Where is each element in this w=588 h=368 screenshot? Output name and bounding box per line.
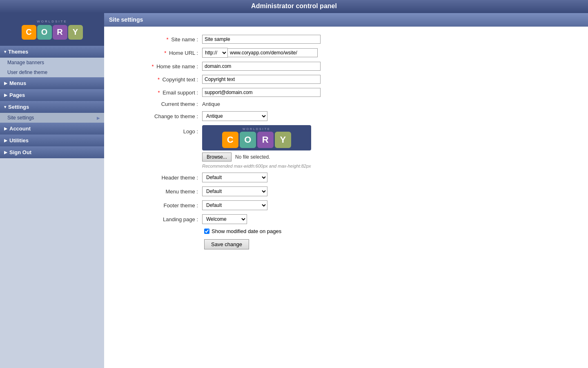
sidebar-item-site-settings[interactable]: Site settings ▶ [0,113,104,123]
logo-c: C [22,25,36,40]
logo-piece-y: Y [275,132,291,148]
logo-piece-o: O [240,132,256,148]
utilities-label: Utilities [9,137,29,144]
signout-arrow: ▶ [4,150,7,155]
copyright-input[interactable] [202,75,321,84]
logo-piece-c: C [222,132,238,148]
top-bar: Administrator control panel [0,0,588,13]
form-area: * Site name : * Home URL : http:// https… [104,27,588,258]
copyright-row: * Copyright text : [120,75,572,84]
logo-image: WORLDSITE C O R Y [202,125,311,150]
menus-label: Menus [9,80,26,86]
account-label: Account [9,126,31,132]
change-theme-select[interactable]: Antique Default Classic Modern [202,111,267,121]
menu-theme-label: Menu theme : [120,188,202,195]
home-site-name-row: * Home site name : [120,62,572,71]
save-row: Save change [120,239,572,249]
main-content: Site settings * Site name : * Home URL : [104,13,588,368]
signout-label: Sign Out [9,149,31,155]
pages-arrow: ▶ [4,93,7,97]
logo-area: WORLDSITE C O R Y [0,13,104,46]
email-label: * Email support : [120,90,202,96]
sidebar-section-utilities[interactable]: ▶ Utilities [0,135,104,146]
home-site-name-label: * Home site name : [120,63,202,70]
logo-container: WORLDSITE C O R Y Browse... No file sele… [202,125,311,168]
logo-row: Logo : WORLDSITE C O R Y [120,125,572,168]
page-header: Site settings [104,13,588,27]
menus-header[interactable]: ▶ Menus [0,77,104,89]
home-url-label: * Home URL : [120,50,202,56]
utilities-arrow: ▶ [4,138,7,143]
change-theme-row: Change to theme : Antique Default Classi… [120,111,572,121]
browse-button[interactable]: Browse... [202,153,232,162]
email-row: * Email support : [120,88,572,97]
page-title: Site settings [109,16,143,23]
signout-header[interactable]: ▶ Sign Out [0,146,104,158]
worldsite-label: WORLDSITE [37,20,67,23]
show-modified-checkbox[interactable] [204,229,209,234]
settings-items: Site settings ▶ [0,113,104,123]
pages-label: Pages [9,92,25,98]
sidebar-item-user-define-theme[interactable]: User define theme [0,67,104,77]
footer-theme-row: Footer theme : Default Classic Modern [120,200,572,210]
logo-worldsite-text: WORLDSITE [243,128,271,130]
change-theme-label: Change to theme : [120,113,202,119]
top-bar-title: Administrator control panel [251,2,337,9]
utilities-header[interactable]: ▶ Utilities [0,135,104,146]
themes-arrow: ▾ [4,49,6,54]
current-theme-row: Current theme : Antique [120,101,572,107]
themes-items: Manage banners User define theme [0,58,104,77]
header-theme-select[interactable]: Default Classic Modern [202,173,267,182]
site-name-row: * Site name : [120,35,572,44]
sidebar-item-manage-banners[interactable]: Manage banners [0,58,104,67]
logo-label: Logo : [120,125,202,135]
copyright-label: * Copyright text : [120,76,202,83]
logo-pieces: C O R Y [222,132,291,148]
settings-label: Settings [8,104,29,110]
browse-row: Browse... No file selected. [202,153,311,162]
menu-theme-row: Menu theme : Default Classic Modern [120,186,572,196]
email-input[interactable] [202,88,321,97]
landing-page-label: Landing page : [120,216,202,222]
account-header[interactable]: ▶ Account [0,123,104,135]
footer-theme-label: Footer theme : [120,202,202,209]
recommendation-text: Recommended max-width:600px and max-heig… [202,164,311,168]
logo-piece-r: R [257,132,274,148]
pages-header[interactable]: ▶ Pages [0,89,104,101]
url-input-group: http:// https:// [202,48,318,58]
logo-o: O [37,25,52,40]
show-modified-row: Show modified date on pages [204,228,572,234]
footer-theme-select[interactable]: Default Classic Modern [202,200,267,210]
themes-label: Themes [8,49,28,55]
sidebar-section-menus[interactable]: ▶ Menus [0,77,104,89]
no-file-text: No file selected. [235,154,270,160]
header-theme-label: Header theme : [120,175,202,181]
sidebar-section-pages[interactable]: ▶ Pages [0,89,104,101]
menu-theme-select[interactable]: Default Classic Modern [202,186,267,196]
settings-header[interactable]: ▾ Settings [0,101,104,113]
logo-r: R [53,25,67,40]
site-settings-expand-arrow: ▶ [97,116,100,120]
current-theme-label: Current theme : [120,101,202,107]
sidebar-section-signout[interactable]: ▶ Sign Out [0,146,104,158]
sidebar-section-themes[interactable]: ▾ Themes Manage banners User define them… [0,46,104,77]
home-site-name-input[interactable] [202,62,321,71]
themes-header[interactable]: ▾ Themes [0,46,104,58]
home-url-row: * Home URL : http:// https:// [120,48,572,58]
save-button[interactable]: Save change [204,239,249,249]
landing-page-row: Landing page : Welcome Home About [120,214,572,224]
landing-page-select[interactable]: Welcome Home About [202,214,247,224]
settings-arrow: ▾ [4,105,6,109]
url-path-input[interactable] [228,48,318,57]
url-protocol-select[interactable]: http:// https:// [202,48,228,58]
sidebar-logo: C O R Y [22,25,83,40]
menus-arrow: ▶ [4,81,7,85]
logo-y: Y [68,25,83,40]
header-theme-row: Header theme : Default Classic Modern [120,173,572,182]
site-name-input[interactable] [202,35,321,44]
sidebar-section-account[interactable]: ▶ Account [0,123,104,135]
current-theme-value: Antique [202,101,220,107]
site-name-label: * Site name : [120,36,202,43]
sidebar-section-settings[interactable]: ▾ Settings Site settings ▶ [0,101,104,123]
account-arrow: ▶ [4,126,7,131]
